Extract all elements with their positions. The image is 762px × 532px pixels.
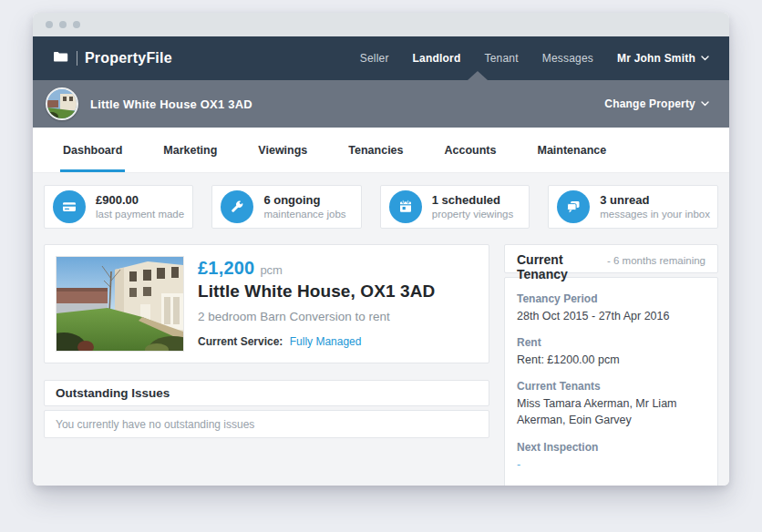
active-nav-notch: [468, 71, 488, 80]
tab-viewings[interactable]: Viewings: [255, 128, 310, 172]
tenancy-remaining: - 6 months remaining: [607, 255, 705, 266]
tenancy-panel-header: Current Tenancy - 6 months remaining: [504, 244, 718, 273]
nav-item-seller[interactable]: Seller: [360, 52, 389, 65]
user-menu[interactable]: Mr John Smith: [617, 52, 709, 65]
browser-titlebar: [33, 13, 729, 36]
stat-card-viewings[interactable]: 1 scheduled property viewings: [380, 185, 530, 229]
stat-value: £900.00: [96, 193, 184, 208]
service-value-link[interactable]: Fully Managed: [290, 335, 362, 348]
wrench-icon: [221, 190, 253, 223]
brand-divider: [77, 51, 77, 66]
stat-value: 6 ongoing: [263, 193, 345, 208]
field-value: 28th Oct 2015 - 27th Apr 2016: [517, 308, 705, 324]
tab-dashboard[interactable]: Dashboard: [60, 128, 125, 172]
field-label: Rent: [517, 336, 705, 349]
dashboard-content: £900.00 last payment made: [33, 173, 729, 486]
stat-label: last payment made: [96, 208, 184, 220]
tenancy-field-period: Tenancy Period 28th Oct 2015 - 27th Apr …: [517, 292, 705, 324]
brand-logo[interactable]: PropertyFile: [53, 50, 172, 66]
listing-title: Little White House, OX1 3AD: [198, 281, 435, 302]
window-control-dot[interactable]: [46, 21, 53, 28]
stat-card-last-payment[interactable]: £900.00 last payment made: [44, 185, 193, 229]
tab-marketing[interactable]: Marketing: [160, 128, 220, 172]
stats-row: £900.00 last payment made: [44, 185, 718, 229]
change-property-button[interactable]: Change Property: [604, 97, 709, 110]
outstanding-issues-title: Outstanding Issues: [56, 386, 170, 400]
stat-label: property viewings: [432, 208, 513, 220]
nav-item-messages[interactable]: Messages: [542, 52, 593, 65]
service-row: Current Service: Fully Managed: [198, 335, 435, 348]
stat-value: 1 scheduled: [432, 193, 513, 208]
listing-price: £1,200: [198, 258, 254, 279]
window-control-dot[interactable]: [73, 21, 80, 28]
price-row: £1,200 pcm: [198, 258, 435, 279]
tab-tenancies[interactable]: Tenancies: [345, 128, 406, 172]
field-value: Miss Tamara Akerman, Mr Liam Akerman, Eo…: [517, 395, 705, 428]
window-control-dot[interactable]: [59, 21, 67, 28]
stat-card-messages[interactable]: 3 unread messages in your inbox: [548, 185, 718, 229]
field-value: -: [517, 456, 705, 473]
tenancy-title: Current Tenancy: [517, 252, 602, 281]
tenancy-field-rent: Rent Rent: £1200.00 pcm: [517, 336, 705, 368]
listing-price-unit: pcm: [260, 263, 283, 277]
listing-subtitle: 2 bedroom Barn Conversion to rent: [198, 310, 435, 323]
chevron-down-icon: [701, 56, 709, 61]
right-column: Current Tenancy - 6 months remaining Ten…: [504, 244, 718, 486]
user-name: Mr John Smith: [617, 52, 695, 65]
field-label: Current Tenants: [517, 380, 705, 393]
listing-info: £1,200 pcm Little White House, OX1 3AD 2…: [198, 256, 435, 352]
tenancy-field-inspection: Next Inspection -: [517, 441, 705, 473]
tab-accounts[interactable]: Accounts: [442, 128, 499, 172]
property-avatar: [46, 87, 78, 120]
field-label: Next Inspection: [517, 441, 705, 454]
property-bar: Little White House OX1 3AD Change Proper…: [33, 80, 729, 128]
credit-card-icon: [53, 190, 86, 223]
property-listing-card: £1,200 pcm Little White House, OX1 3AD 2…: [44, 244, 489, 363]
stat-card-maintenance-jobs[interactable]: 6 ongoing maintenance jobs: [211, 185, 361, 229]
stat-label: messages in your inbox: [600, 208, 710, 220]
tab-maintenance[interactable]: Maintenance: [534, 128, 609, 172]
service-label: Current Service:: [198, 335, 283, 348]
nav-item-tenant[interactable]: Tenant: [485, 52, 519, 65]
page: PropertyFile Seller Landlord Tenant Mess…: [0, 0, 762, 532]
tab-bar: Dashboard Marketing Viewings Tenancies A…: [33, 128, 729, 173]
stat-text: 6 ongoing maintenance jobs: [263, 193, 345, 221]
brand-name: PropertyFile: [85, 50, 172, 66]
property-title: Little White House OX1 3AD: [90, 97, 252, 111]
field-value: Rent: £1200.00 pcm: [517, 352, 705, 368]
stat-text: £900.00 last payment made: [96, 193, 184, 221]
folder-icon: [53, 50, 68, 66]
property-photo: [56, 256, 184, 352]
browser-window: PropertyFile Seller Landlord Tenant Mess…: [33, 13, 729, 486]
stat-value: 3 unread: [600, 193, 710, 208]
outstanding-issues-section: Outstanding Issues You currently have no…: [44, 380, 489, 438]
change-property-label: Change Property: [604, 97, 695, 110]
chat-icon: [557, 190, 590, 223]
chevron-down-icon: [701, 101, 709, 107]
left-column: £1,200 pcm Little White House, OX1 3AD 2…: [44, 244, 489, 486]
app-header: PropertyFile Seller Landlord Tenant Mess…: [33, 36, 729, 80]
stat-label: maintenance jobs: [263, 208, 345, 220]
top-nav: Seller Landlord Tenant Messages Mr John …: [336, 52, 709, 65]
main-row: £1,200 pcm Little White House, OX1 3AD 2…: [44, 244, 718, 486]
stat-text: 3 unread messages in your inbox: [600, 193, 710, 221]
tenancy-field-tenants: Current Tenants Miss Tamara Akerman, Mr …: [517, 380, 705, 428]
stat-text: 1 scheduled property viewings: [432, 193, 513, 221]
calendar-icon: [389, 190, 422, 223]
no-issues-message: You currently have no outstanding issues: [56, 418, 254, 431]
nav-item-landlord[interactable]: Landlord: [413, 52, 461, 65]
field-label: Tenancy Period: [517, 292, 705, 305]
outstanding-issues-header: Outstanding Issues: [44, 380, 489, 406]
outstanding-issues-body: You currently have no outstanding issues: [44, 410, 489, 438]
tenancy-panel-body: Tenancy Period 28th Oct 2015 - 27th Apr …: [504, 277, 718, 486]
